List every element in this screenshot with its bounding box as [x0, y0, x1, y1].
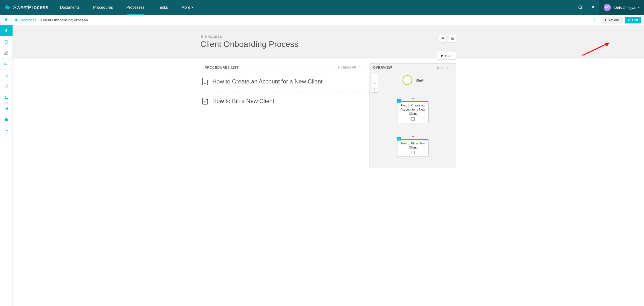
- zoom-in-button[interactable]: +: [372, 74, 378, 80]
- flow-diagram: Start 1 How to Create an Account for a N…: [373, 74, 453, 157]
- svg-rect-8: [8, 107, 8, 110]
- side-nav: [0, 25, 12, 306]
- svg-point-4: [6, 96, 8, 97]
- workarea: PROCESS Client Onboarding Process ▶ Star…: [0, 25, 644, 306]
- nav-more[interactable]: More▾: [174, 0, 200, 15]
- chevron-up-icon: ︿: [357, 65, 360, 69]
- print-button[interactable]: print: [437, 66, 443, 69]
- nav-right: CO Chris Odogwu ▾: [574, 0, 644, 15]
- page-type-label: PROCESS: [200, 35, 456, 39]
- logo[interactable]: SweetProcess: [0, 4, 53, 11]
- process-icon: [200, 35, 204, 39]
- procedure-doc-icon: 1: [202, 78, 208, 85]
- nav-procedures[interactable]: Procedures: [86, 0, 120, 15]
- logo-text-2: Process: [28, 4, 48, 11]
- header-tools: [439, 35, 456, 43]
- procedures-header: PROCEDURES LIST Collapse All ︿: [200, 63, 364, 72]
- sidebar-activity-icon[interactable]: [0, 125, 12, 136]
- flow-arrow: [413, 86, 413, 99]
- breadcrumb-sep: ›: [36, 19, 41, 22]
- play-icon: ▶: [441, 53, 444, 58]
- breadcrumb-sep: ›: [10, 19, 14, 22]
- expand-node-icon[interactable]: +: [411, 151, 414, 154]
- flow-node-number: 1: [397, 99, 401, 103]
- edit-button[interactable]: Edit: [625, 17, 641, 24]
- expand-icon[interactable]: ⤢: [446, 66, 449, 69]
- procedure-title: How to Bill a New Client: [212, 98, 274, 104]
- svg-line-1: [581, 8, 582, 9]
- more-options-icon[interactable]: ⋮: [590, 18, 599, 22]
- collapse-all-button[interactable]: Collapse All ︿: [338, 65, 360, 70]
- procedure-item[interactable]: 2 How to Bill a New Client: [200, 91, 364, 111]
- chevron-down-icon: ▾: [192, 6, 193, 9]
- breadcrumb-bar: › Processes › Client Onboarding Process …: [0, 15, 644, 25]
- svg-point-0: [578, 6, 582, 9]
- start-button[interactable]: ▶ Start: [437, 52, 456, 60]
- nav-tasks[interactable]: Tasks: [151, 0, 174, 15]
- flow-node[interactable]: 2 How to Bill a New Client +: [397, 139, 428, 157]
- zoom-controls: + − ⛶: [372, 74, 378, 93]
- user-menu[interactable]: CO Chris Odogwu ▾: [599, 0, 644, 15]
- sidebar-umbrella-icon[interactable]: [0, 81, 12, 92]
- home-icon[interactable]: [3, 18, 10, 23]
- flow-node-number: 2: [397, 137, 401, 140]
- expand-node-icon[interactable]: +: [411, 117, 414, 121]
- flow-start-label: Start: [416, 78, 423, 82]
- sidebar-clock-icon[interactable]: [0, 36, 12, 47]
- actions-button[interactable]: Actions: [601, 17, 623, 24]
- sidebar-gear-icon[interactable]: [0, 114, 12, 125]
- svg-point-12: [451, 39, 452, 39]
- lightning-icon: [604, 18, 607, 22]
- sidebar-documents-icon[interactable]: [0, 25, 12, 36]
- page-header: PROCESS Client Onboarding Process ▶ Star…: [12, 25, 644, 59]
- flow-arrow: [413, 124, 413, 137]
- flow-node[interactable]: 1 How to Create an Account for a New Cli…: [397, 101, 428, 123]
- procedure-title: How to Create an Account for a New Clien…: [212, 78, 322, 85]
- flow-node-text: How to Bill a New Client: [398, 140, 428, 151]
- settings-sliders-button[interactable]: [449, 35, 456, 43]
- nav-items: Documents Procedures Processes Tasks Mor…: [53, 0, 574, 15]
- nav-documents[interactable]: Documents: [53, 0, 86, 15]
- edit-icon: [628, 18, 631, 22]
- breadcrumb-current: Client Onboarding Process: [41, 18, 88, 22]
- svg-point-9: [4, 118, 8, 121]
- user-name: Chris Odogwu: [613, 6, 636, 10]
- sidebar-list-icon[interactable]: [0, 70, 12, 81]
- svg-point-3: [5, 96, 6, 97]
- svg-point-14: [453, 39, 454, 39]
- overview-header: OVERVIEW print ⤢ ›: [370, 64, 456, 71]
- svg-rect-7: [6, 107, 7, 110]
- flow-start-node[interactable]: [402, 75, 412, 85]
- zoom-out-button[interactable]: −: [372, 80, 378, 86]
- overview-title: OVERVIEW: [373, 66, 392, 69]
- page-title: Client Onboarding Process: [200, 39, 456, 49]
- logo-text-1: Sweet: [13, 4, 28, 11]
- documents-icon: [14, 18, 18, 22]
- sidebar-thumbs-up-icon[interactable]: [0, 47, 12, 59]
- procedures-column: PROCEDURES LIST Collapse All ︿ 1 How to …: [200, 63, 364, 111]
- search-icon[interactable]: [574, 0, 587, 15]
- chevron-down-icon: ▾: [638, 6, 640, 9]
- procedure-doc-icon: 2: [202, 98, 208, 104]
- nav-processes[interactable]: Processes: [120, 0, 152, 15]
- sidebar-chat-icon[interactable]: [0, 59, 12, 70]
- procedure-item[interactable]: 1 How to Create an Account for a New Cli…: [200, 72, 364, 91]
- fit-button[interactable]: ⛶: [372, 86, 378, 93]
- bell-icon[interactable]: [587, 0, 599, 15]
- overview-panel: OVERVIEW print ⤢ › + − ⛶: [370, 63, 456, 168]
- svg-point-13: [452, 38, 452, 39]
- avatar: CO: [604, 4, 611, 11]
- svg-rect-5: [4, 109, 5, 110]
- svg-rect-6: [6, 108, 6, 110]
- breadcrumb-processes[interactable]: Processes: [14, 18, 36, 22]
- overview-canvas: + − ⛶ Start 1 How to Create an: [370, 71, 456, 168]
- content: PROCESS Client Onboarding Process ▶ Star…: [12, 25, 644, 306]
- flow-node-text: How to Create an Account for a New Clien…: [398, 102, 428, 117]
- main-columns: PROCEDURES LIST Collapse All ︿ 1 How to …: [196, 59, 461, 173]
- notify-button[interactable]: [439, 35, 447, 43]
- sidebar-users-icon[interactable]: [0, 92, 12, 103]
- top-nav: SweetProcess Documents Procedures Proces…: [0, 0, 644, 15]
- sidebar-bars-icon[interactable]: [0, 103, 12, 114]
- chevron-right-icon[interactable]: ›: [452, 66, 452, 69]
- logo-icon: [5, 4, 11, 11]
